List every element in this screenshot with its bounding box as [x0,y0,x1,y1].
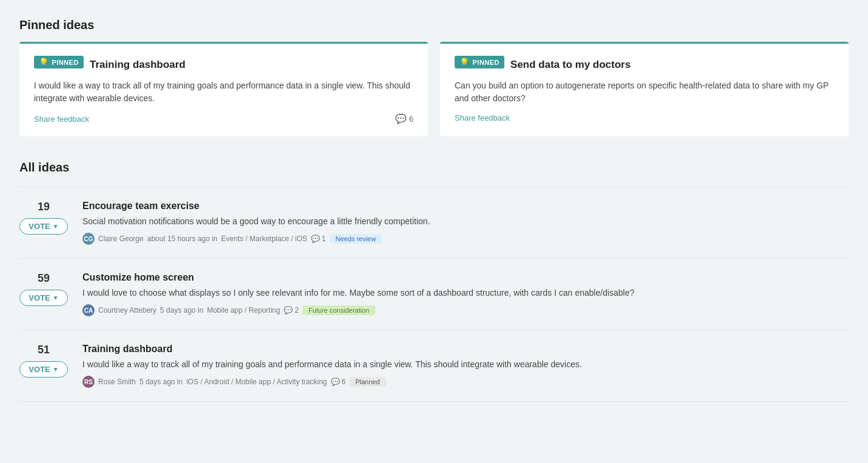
idea-meta-0: CG Claire George about 15 hours ago in E… [82,233,849,245]
idea-comment-count-0: 1 [322,235,326,243]
vote-count-0: 19 [38,201,50,213]
idea-title-2: Training dashboard [82,344,849,355]
vote-section-0: 19 VOTE ▼ [19,201,68,235]
avatar-1: CA [82,304,95,316]
idea-comment-count-2: 6 [342,378,346,386]
vote-arrow-icon-2: ▼ [53,366,59,373]
pinned-card-2-header: 💡 PINNED Send data to my doctors [455,56,834,73]
idea-categories-1: Mobile app / Reporting [207,306,280,315]
pinned-card-1-footer: Share feedback 💬 6 [34,113,413,124]
share-feedback-link-1[interactable]: Share feedback [34,115,89,124]
idea-description-1: I would love to choose what displays so … [82,287,849,299]
vote-section-2: 51 VOTE ▼ [19,344,68,378]
idea-row-1: 59 VOTE ▼ Customize home screen I would … [19,259,849,330]
pinned-card-2-description: Can you build an option to autogenerate … [455,79,834,105]
pinned-badge-label-2: PINNED [473,59,500,66]
pinned-card-1: 💡 PINNED Training dashboard I would like… [19,42,428,136]
vote-button-0[interactable]: VOTE ▼ [19,218,67,235]
page-container: Pinned ideas 💡 PINNED Training dashboard… [0,0,868,420]
comment-bubble-icon-2: 💬 [331,378,340,386]
vote-label-2: VOTE [28,365,50,374]
vote-arrow-icon-1: ▼ [53,295,59,301]
idea-content-1: Customize home screen I would love to ch… [82,272,849,316]
idea-meta-1: CA Courtney Attebery 5 days ago in Mobil… [82,304,849,316]
idea-author-1: Courtney Attebery [98,306,156,315]
vote-arrow-icon-0: ▼ [53,223,59,230]
vote-label-0: VOTE [28,222,50,231]
comment-count-value-1: 6 [409,115,413,124]
idea-content-0: Encourage team exercise Social motivatio… [82,201,849,245]
all-ideas-section: All ideas 19 VOTE ▼ Encourage team exerc… [19,161,849,402]
idea-content-2: Training dashboard I would like a way to… [82,344,849,388]
avatar-0: CG [82,233,95,245]
comment-bubble-icon-1: 💬 [284,306,293,315]
comment-icon-1: 💬 [395,113,407,124]
idea-title-1: Customize home screen [82,272,849,283]
avatar-2: RS [82,376,95,388]
pinned-grid: 💡 PINNED Training dashboard I would like… [19,42,849,136]
pinned-card-2-title: Send data to my doctors [510,59,630,71]
status-badge-2: Planned [349,377,386,387]
status-badge-0: Needs review [330,234,382,244]
idea-row-0: 19 VOTE ▼ Encourage team exercise Social… [19,187,849,259]
share-feedback-link-2[interactable]: Share feedback [455,113,510,122]
idea-comments-1: 💬 2 [284,306,299,315]
idea-time-2: 5 days ago in [139,378,182,386]
idea-time-1: 5 days ago in [160,306,203,315]
pinned-section-title: Pinned ideas [19,18,849,32]
pinned-badge-2: 💡 PINNED [455,56,504,68]
vote-label-1: VOTE [28,293,50,302]
idea-categories-0: Events / Marketplace / iOS [221,235,307,243]
pinned-card-1-title: Training dashboard [90,59,185,71]
pinned-card-2-footer: Share feedback [455,113,834,122]
comment-count-1: 💬 6 [395,113,413,124]
pinned-badge-icon-1: 💡 [39,58,49,67]
idea-description-2: I would like a way to track all of my tr… [82,358,849,371]
idea-categories-2: iOS / Android / Mobile app / Activity tr… [186,378,327,386]
status-badge-1: Future consideration [302,305,375,315]
idea-time-0: about 15 hours ago in [147,235,218,243]
vote-section-1: 59 VOTE ▼ [19,272,68,306]
vote-button-1[interactable]: VOTE ▼ [19,290,67,306]
ideas-list: 19 VOTE ▼ Encourage team exercise Social… [19,187,849,402]
pinned-badge-1: 💡 PINNED [34,56,84,68]
idea-comments-2: 💬 6 [331,378,346,386]
pinned-card-1-description: I would like a way to track all of my tr… [34,79,413,105]
pinned-badge-label-1: PINNED [52,59,79,66]
idea-author-2: Rose Smith [98,378,136,386]
comment-bubble-icon-0: 💬 [311,235,320,243]
idea-title-0: Encourage team exercise [82,201,849,212]
vote-button-2[interactable]: VOTE ▼ [19,361,67,378]
vote-count-1: 59 [38,272,50,285]
idea-meta-2: RS Rose Smith 5 days ago in iOS / Androi… [82,376,849,388]
all-ideas-title: All ideas [19,161,849,175]
idea-author-0: Claire George [98,235,144,243]
pinned-card-1-header: 💡 PINNED Training dashboard [34,56,413,73]
idea-comment-count-1: 2 [295,306,299,315]
pinned-card-2: 💡 PINNED Send data to my doctors Can you… [440,42,849,136]
vote-count-2: 51 [38,344,50,356]
pinned-badge-icon-2: 💡 [459,58,470,67]
idea-comments-0: 💬 1 [311,235,326,243]
idea-description-0: Social motivation notifications would be… [82,215,849,228]
idea-row-2: 51 VOTE ▼ Training dashboard I would lik… [19,330,849,402]
